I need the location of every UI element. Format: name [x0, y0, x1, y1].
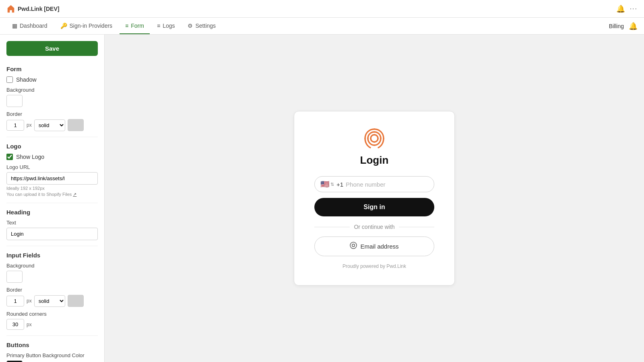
tab-sign-in-label: Sign-in Providers	[70, 23, 113, 29]
sign-in-icon: 🔑	[60, 23, 67, 29]
tab-dashboard[interactable]: ▦ Dashboard	[6, 18, 53, 34]
or-divider: Or continue with	[314, 224, 434, 230]
svg-point-0	[350, 242, 357, 249]
input-border-unit: px	[27, 298, 32, 304]
powered-text: Proudly powered by Pwd.Link	[343, 263, 406, 269]
home-icon	[6, 4, 15, 13]
flag-emoji: 🇺🇸	[320, 180, 329, 189]
tab-form-label: Form	[131, 23, 144, 29]
navbar-right: Billing 🔔	[609, 22, 638, 31]
phone-field[interactable]: 🇺🇸 ⇅ +1 Phone number	[314, 176, 434, 192]
form-bg-label: Background	[6, 87, 98, 93]
form-border-color[interactable]	[68, 119, 84, 131]
input-bg-color[interactable]	[6, 271, 23, 283]
shadow-checkbox[interactable]	[6, 76, 13, 83]
buttons-section-title: Buttons	[6, 341, 98, 348]
divider-1	[6, 137, 98, 137]
topbar-right: 🔔 ···	[616, 4, 638, 13]
logo-hint-1: Ideally 192 x 192px	[6, 186, 98, 191]
logo-hint-2: You can upload it to Shopify Files ↗	[6, 192, 98, 197]
heading-text-input[interactable]	[6, 228, 98, 240]
topbar: Pwd.Link [DEV] 🔔 ···	[0, 0, 644, 18]
tab-settings-label: Settings	[195, 23, 216, 29]
shadow-row: Shadow	[6, 76, 98, 83]
input-fields-title: Input Fields	[6, 252, 98, 259]
billing-link[interactable]: Billing	[609, 23, 624, 29]
navbar-bell-icon[interactable]: 🔔	[629, 22, 638, 31]
tab-form[interactable]: ≡ Form	[120, 18, 150, 34]
shadow-label: Shadow	[16, 76, 37, 83]
show-logo-label: Show Logo	[16, 154, 44, 160]
topbar-left: Pwd.Link [DEV]	[6, 4, 59, 13]
tab-sign-in-providers[interactable]: 🔑 Sign-in Providers	[55, 18, 118, 34]
divider-2	[6, 203, 98, 203]
input-bg-label: Background	[6, 263, 98, 269]
form-icon: ≡	[125, 23, 128, 29]
tab-logs[interactable]: ≡ Logs	[151, 18, 181, 34]
heading-text-label: Text	[6, 220, 98, 226]
rounded-input[interactable]	[6, 319, 24, 330]
form-border-label: Border	[6, 111, 98, 117]
form-section-title: Form	[6, 66, 98, 72]
login-logo	[362, 128, 386, 149]
show-logo-checkbox[interactable]	[6, 154, 13, 160]
logo-url-input[interactable]	[6, 172, 98, 185]
or-text: Or continue with	[354, 224, 394, 230]
email-button[interactable]: Email address	[314, 237, 434, 256]
nav-tabs: ▦ Dashboard 🔑 Sign-in Providers ≡ Form ≡…	[6, 18, 221, 34]
divider-3	[6, 246, 98, 246]
tab-dashboard-label: Dashboard	[20, 23, 47, 29]
tab-settings[interactable]: ⚙ Settings	[182, 18, 221, 34]
settings-icon: ⚙	[188, 23, 193, 29]
app-logo: Pwd.Link [DEV]	[6, 4, 59, 13]
signin-button[interactable]: Sign in	[314, 198, 434, 216]
form-border-style[interactable]: solid dashed dotted none	[34, 119, 65, 131]
heading-section-title: Heading	[6, 209, 98, 216]
login-title: Login	[360, 154, 389, 167]
buttons-section: Buttons Primary Button Background Color	[6, 341, 98, 362]
topbar-more-icon[interactable]: ···	[630, 5, 638, 12]
input-fields-section: Input Fields Background Border px solid …	[6, 252, 98, 330]
logo-url-label: Logo URL	[6, 164, 98, 170]
form-border-row: px solid dashed dotted none	[6, 119, 98, 131]
flag-selector[interactable]: 🇺🇸 ⇅	[320, 180, 334, 189]
form-section: Form Shadow Background Border px solid d…	[6, 66, 98, 131]
or-line-left	[314, 227, 350, 227]
phone-code: +1	[336, 181, 343, 188]
form-border-width[interactable]	[6, 120, 24, 131]
shopify-files-link[interactable]: ↗	[73, 192, 76, 197]
logo-section-title: Logo	[6, 143, 98, 150]
navbar: ▦ Dashboard 🔑 Sign-in Providers ≡ Form ≡…	[0, 18, 644, 35]
logs-icon: ≡	[157, 23, 160, 29]
app-title: Pwd.Link [DEV]	[18, 6, 59, 12]
or-line-right	[399, 227, 434, 227]
divider-4	[6, 335, 98, 336]
email-button-label: Email address	[360, 243, 398, 250]
heading-section: Heading Text	[6, 209, 98, 240]
preview-area: Login 🇺🇸 ⇅ +1 Phone number Sign in Or co…	[105, 35, 644, 362]
dashboard-icon: ▦	[12, 23, 17, 29]
input-border-row: px solid dashed dotted none	[6, 295, 98, 307]
rounded-row: px	[6, 319, 98, 330]
rounded-unit: px	[27, 322, 32, 327]
chevron-updown-icon: ⇅	[330, 182, 334, 187]
form-bg-color[interactable]	[6, 95, 23, 107]
input-border-color[interactable]	[68, 295, 84, 307]
input-border-width[interactable]	[6, 296, 24, 306]
input-border-style[interactable]: solid dashed dotted none	[34, 295, 65, 307]
phone-placeholder: Phone number	[346, 181, 428, 188]
save-button[interactable]: Save	[6, 41, 98, 56]
sidebar: Save Form Shadow Background Border px so…	[0, 35, 105, 362]
rounded-label: Rounded corners	[6, 311, 98, 317]
input-border-label: Border	[6, 287, 98, 293]
login-card: Login 🇺🇸 ⇅ +1 Phone number Sign in Or co…	[294, 111, 455, 286]
form-border-unit: px	[27, 122, 32, 128]
main-layout: Save Form Shadow Background Border px so…	[0, 35, 644, 362]
primary-bg-label: Primary Button Background Color	[6, 352, 98, 358]
topbar-bell-icon[interactable]: 🔔	[616, 4, 625, 13]
tab-logs-label: Logs	[163, 23, 175, 29]
primary-btn-color[interactable]	[6, 360, 23, 362]
email-icon	[350, 242, 357, 251]
show-logo-row: Show Logo	[6, 154, 98, 160]
logo-section: Logo Show Logo Logo URL Ideally 192 x 19…	[6, 143, 98, 197]
